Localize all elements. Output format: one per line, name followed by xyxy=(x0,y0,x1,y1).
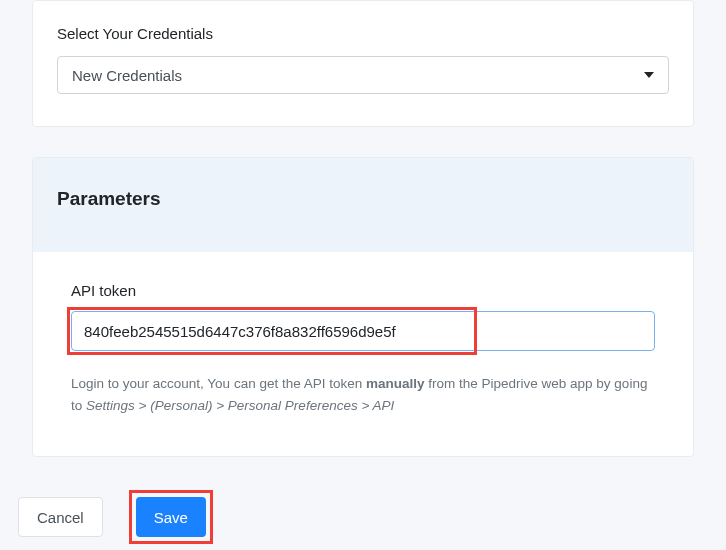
help-path: Settings > (Personal) > Personal Prefere… xyxy=(86,398,394,413)
parameters-title: Parameters xyxy=(57,188,669,210)
api-token-input[interactable] xyxy=(71,311,655,351)
credentials-card: Select Your Credentials New Credentials xyxy=(32,0,694,127)
help-prefix: Login to your account, You can get the A… xyxy=(71,376,366,391)
credentials-label: Select Your Credentials xyxy=(57,25,669,42)
save-button[interactable]: Save xyxy=(136,497,206,537)
credentials-selected-value: New Credentials xyxy=(72,67,182,84)
parameters-header: Parameters xyxy=(33,158,693,252)
cancel-button[interactable]: Cancel xyxy=(18,497,103,537)
parameters-card: Parameters API token Login to your accou… xyxy=(32,157,694,457)
highlight-box-save: Save xyxy=(129,490,213,544)
credentials-select[interactable]: New Credentials xyxy=(57,56,669,94)
api-token-help-text: Login to your account, You can get the A… xyxy=(71,373,655,416)
help-bold: manually xyxy=(366,376,425,391)
api-token-row xyxy=(71,311,655,351)
parameters-body: API token Login to your account, You can… xyxy=(33,252,693,456)
footer: Cancel Save xyxy=(18,490,213,544)
api-token-label: API token xyxy=(71,282,655,299)
chevron-down-icon xyxy=(644,72,654,78)
